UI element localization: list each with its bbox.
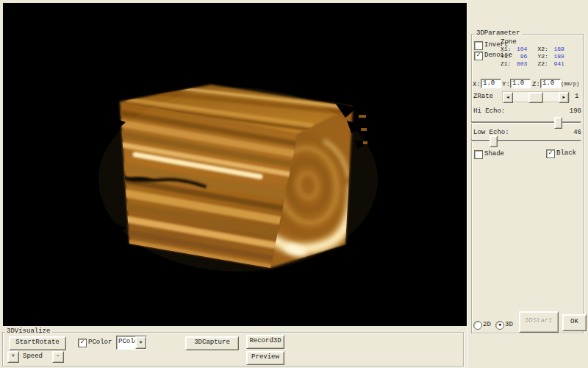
start-rotate-button[interactable]: StartRotate <box>9 336 66 350</box>
slider-track[interactable] <box>471 140 581 142</box>
dropdown-arrow-button[interactable]: ▼ <box>135 336 146 349</box>
3dvisualize-title: 3DVisualize <box>4 328 52 336</box>
scroll-left-icon: ◄ <box>506 95 509 100</box>
zone-table: X1:104X2:189 Y1:96Y2:180 Z1:803Z2:941 <box>501 46 581 68</box>
y-scale-input[interactable] <box>510 79 531 88</box>
3d-viewport[interactable] <box>3 3 467 326</box>
zone-label: Z2: <box>537 60 548 67</box>
chevron-down-icon: ▼ <box>140 340 143 345</box>
invert-checkbox[interactable] <box>474 41 483 50</box>
zone-label: Y2: <box>537 53 548 60</box>
low-echo-slider[interactable] <box>471 135 581 146</box>
checkbox-mark-icon: ✓ <box>79 339 86 346</box>
zrate-scrollbar[interactable]: ◄ ► <box>502 91 570 102</box>
speed-label: Speed <box>23 353 43 361</box>
mode-3d-radio[interactable]: ● <box>495 321 504 330</box>
radio-dot-icon: ● <box>496 322 503 328</box>
hi-echo-slider-thumb[interactable] <box>554 117 562 129</box>
hi-echo-label: Hi Echo: <box>473 107 505 116</box>
zrate-scrollbar-thumb[interactable] <box>528 92 543 103</box>
zone-value: 941 <box>548 60 564 68</box>
zone-value: 104 <box>511 46 527 53</box>
scale-unit-label: (mm/p) <box>561 80 579 88</box>
hi-echo-value: 198 <box>562 107 581 116</box>
x-scale-label: X: <box>473 81 481 89</box>
zone-row: Z1:803Z2:941 <box>501 60 581 68</box>
denoise-checkbox[interactable]: ✓ <box>474 52 483 60</box>
scroll-right-icon: ► <box>562 95 565 100</box>
zone-value: 180 <box>548 53 564 60</box>
scroll-left-button[interactable]: ◄ <box>503 92 513 103</box>
z-scale-input[interactable] <box>540 79 561 88</box>
app-window: { "window": { "background": "#ece9d8" },… <box>0 0 588 368</box>
zone-label: Z1: <box>501 60 511 67</box>
ok-button[interactable]: OK <box>562 314 587 331</box>
shade-checkbox[interactable] <box>474 150 483 159</box>
zone-label: X1: <box>501 46 511 52</box>
zrate-label: ZRate <box>473 93 493 101</box>
record3d-button[interactable]: Record3D <box>246 335 284 349</box>
3dparameter-title: 3DParameter <box>474 29 522 38</box>
preview-button[interactable]: Preview <box>246 351 284 365</box>
black-checkbox[interactable]: ✓ <box>546 149 555 158</box>
visualize-panel: 3DVisualize StartRotate + Speed - ✓ PCol… <box>0 326 467 368</box>
zrate-value: 1 <box>575 93 578 101</box>
shade-label: Shade <box>484 150 504 158</box>
3dstart-button[interactable]: 3DStart <box>519 311 559 333</box>
checkbox-mark-icon: ✓ <box>475 52 482 59</box>
mode-2d-label: 2D <box>483 321 491 329</box>
zone-label: X2: <box>537 46 548 52</box>
volume-render <box>3 3 467 326</box>
low-echo-slider-thumb[interactable] <box>490 135 498 147</box>
hi-echo-slider[interactable] <box>471 117 581 127</box>
pcolor-checkbox[interactable]: ✓ <box>78 339 87 347</box>
speed-plus-button[interactable]: + <box>7 351 19 363</box>
black-label: Black <box>556 149 576 158</box>
zone-value: 96 <box>511 53 527 60</box>
z-scale-label: Z: <box>532 81 540 89</box>
zone-row: Y1:96Y2:180 <box>501 53 581 60</box>
zone-value: 803 <box>511 60 527 68</box>
pcolor-dropdown[interactable]: PColor ▼ <box>116 336 147 350</box>
slider-track[interactable] <box>471 121 581 124</box>
parameter-panel: 3DParameter Invert ✓ Denoise Zone X1:104… <box>467 0 588 368</box>
mode-2d-radio[interactable] <box>473 321 482 330</box>
y-scale-label: Y: <box>502 81 510 89</box>
checkbox-mark-icon: ✓ <box>547 149 554 157</box>
scroll-right-button[interactable]: ► <box>559 92 569 103</box>
x-scale-input[interactable] <box>481 79 501 88</box>
zone-label: Y1: <box>501 53 511 60</box>
zone-value: 189 <box>548 46 564 53</box>
zone-row: X1:104X2:189 <box>501 46 581 53</box>
mode-3d-label: 3D <box>505 321 513 329</box>
3dcapture-button[interactable]: 3DCapture <box>185 336 239 350</box>
pcolor-label: PColor <box>88 339 112 347</box>
speed-minus-button[interactable]: - <box>52 351 64 363</box>
